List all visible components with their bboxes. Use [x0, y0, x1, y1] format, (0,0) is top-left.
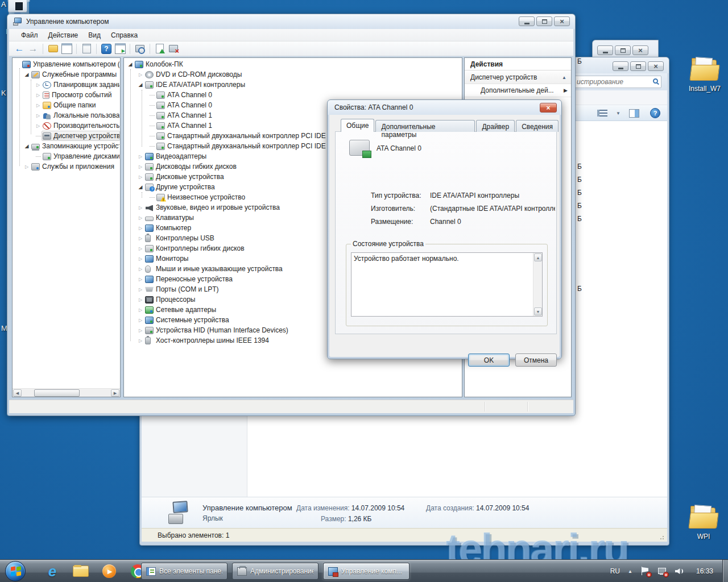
hidden-icons-chevron[interactable]: ▲	[628, 569, 632, 574]
separator[interactable]	[150, 44, 150, 54]
device-tree-item[interactable]: DVD и CD-ROM дисководы	[124, 69, 462, 80]
volume-icon[interactable]	[675, 567, 684, 576]
actions-group-device-manager[interactable]: Диспетчер устройств ▲	[465, 71, 571, 84]
tree-item[interactable]: Диспетчер устройств	[13, 131, 120, 141]
change-view-icon[interactable]	[597, 108, 608, 118]
expander-icon[interactable]	[148, 105, 155, 106]
expander-icon[interactable]	[137, 256, 144, 261]
expander-icon[interactable]	[148, 197, 155, 198]
scroll-right-button[interactable]: ▶	[111, 389, 119, 397]
taskbar-button[interactable]: Все элементы пане...	[141, 563, 228, 580]
expander-icon[interactable]	[23, 143, 30, 149]
language-indicator[interactable]: RU	[610, 567, 620, 575]
separator[interactable]	[96, 44, 97, 54]
expander-icon[interactable]	[137, 338, 144, 343]
close-button[interactable]: ×	[540, 103, 557, 113]
device-tree-item[interactable]: ATA Channel 0	[124, 90, 462, 100]
scroll-left-button[interactable]: ◀	[13, 389, 22, 397]
back-icon[interactable]	[14, 43, 25, 55]
taskbar-button[interactable]: Администрирование	[232, 563, 318, 580]
expander-icon[interactable]	[23, 72, 30, 77]
expander-icon[interactable]	[35, 123, 42, 128]
action-pane-icon[interactable]	[114, 43, 126, 55]
tree-item[interactable]: Управление компьютером (л	[13, 59, 120, 69]
device-tree-item[interactable]: IDE ATA/ATAPI контроллеры	[124, 80, 462, 90]
internet-explorer-icon[interactable]	[44, 563, 60, 579]
expander-icon[interactable]	[137, 82, 144, 88]
resize-grip[interactable]	[660, 534, 665, 540]
dialog-tab[interactable]: Драйвер	[476, 120, 515, 132]
tree-item[interactable]: Службы и приложения	[13, 161, 120, 172]
tree-item[interactable]: Общие папки	[13, 100, 120, 110]
device-tree-item[interactable]: Колобок-ПК	[124, 59, 462, 69]
vertical-scrollbar[interactable]: ▲ ▼	[533, 253, 542, 316]
chevron-down-icon[interactable]: ▼	[613, 108, 624, 118]
separator[interactable]	[43, 44, 43, 54]
show-desktop-button[interactable]	[722, 560, 728, 582]
scan-hardware-icon[interactable]	[134, 43, 146, 55]
expander-icon[interactable]	[148, 95, 155, 95]
update-driver-icon[interactable]	[154, 43, 166, 55]
console-window-icon[interactable]	[61, 43, 72, 55]
maximize-button[interactable]	[630, 61, 646, 71]
tree-item[interactable]: Локальные пользовате	[13, 110, 120, 120]
separator[interactable]	[76, 44, 77, 54]
media-player-icon[interactable]	[101, 563, 117, 579]
dialog-tab[interactable]: Сведения	[516, 120, 559, 132]
menu-item[interactable]: Вид	[83, 30, 106, 40]
expander-icon[interactable]	[35, 82, 42, 88]
expander-icon[interactable]	[137, 164, 144, 169]
scrollbar-thumb[interactable]	[34, 389, 80, 397]
ok-button[interactable]: OK	[468, 354, 510, 367]
expander-icon[interactable]	[137, 318, 144, 323]
expander-icon[interactable]	[137, 328, 144, 333]
menu-item[interactable]: Файл	[16, 30, 43, 40]
help-icon[interactable]	[101, 43, 112, 55]
tree-item[interactable]: Планировщик заданий	[13, 80, 120, 90]
minimize-button[interactable]	[597, 45, 613, 55]
action-center-flag-icon[interactable]: ×	[640, 567, 650, 576]
dialog-tab[interactable]: Дополнительные параметры	[375, 120, 475, 132]
windows-explorer-icon[interactable]	[73, 563, 89, 579]
expander-icon[interactable]	[148, 146, 155, 147]
expander-icon[interactable]	[137, 174, 144, 180]
expander-icon[interactable]	[35, 156, 42, 157]
tree-item[interactable]: Просмотр событий	[13, 90, 120, 100]
cm-titlebar[interactable]: Управление компьютером	[7, 14, 575, 29]
export-list-icon[interactable]	[81, 43, 92, 55]
horizontal-scrollbar[interactable]: ◀ ▶	[13, 388, 120, 397]
expander-icon[interactable]	[35, 93, 42, 98]
network-status-icon[interactable]: ×	[657, 567, 667, 576]
expander-icon[interactable]	[148, 115, 155, 116]
collapse-icon[interactable]: ▲	[562, 75, 566, 80]
search-input[interactable]: истрирование	[574, 76, 661, 88]
expander-icon[interactable]	[137, 154, 144, 159]
expander-icon[interactable]	[137, 236, 144, 241]
expander-icon[interactable]	[148, 136, 155, 136]
expander-icon[interactable]	[35, 136, 42, 136]
tree-item[interactable]: Управление дисками	[13, 151, 120, 161]
dialog-tab[interactable]: Общие	[341, 119, 374, 132]
help-icon[interactable]	[650, 108, 661, 118]
preview-pane-icon[interactable]	[628, 108, 640, 118]
separator[interactable]	[130, 44, 130, 54]
minimize-button[interactable]	[519, 16, 535, 26]
expander-icon[interactable]	[23, 164, 30, 169]
close-button[interactable]: ×	[632, 45, 648, 55]
expander-icon[interactable]	[137, 184, 144, 190]
uninstall-device-icon[interactable]	[168, 43, 179, 55]
expander-icon[interactable]	[127, 61, 134, 67]
actions-more-item[interactable]: Дополнительные дей... ▶	[465, 84, 571, 97]
close-button[interactable]: ×	[554, 16, 570, 26]
clock[interactable]: 16:33	[696, 567, 713, 575]
expander-icon[interactable]	[148, 126, 155, 126]
expander-icon[interactable]	[137, 287, 144, 292]
scroll-up-button[interactable]: ▲	[534, 253, 542, 261]
maximize-button[interactable]	[536, 16, 552, 26]
tree-item[interactable]: Запоминающие устройст	[13, 141, 120, 151]
tree-item[interactable]: Служебные программы	[13, 69, 120, 80]
expander-icon[interactable]	[35, 103, 42, 108]
device-status-textarea[interactable]: Устройство работает нормально. ▲ ▼	[351, 252, 543, 317]
forward-icon[interactable]	[27, 43, 39, 55]
expander-icon[interactable]	[137, 297, 144, 302]
